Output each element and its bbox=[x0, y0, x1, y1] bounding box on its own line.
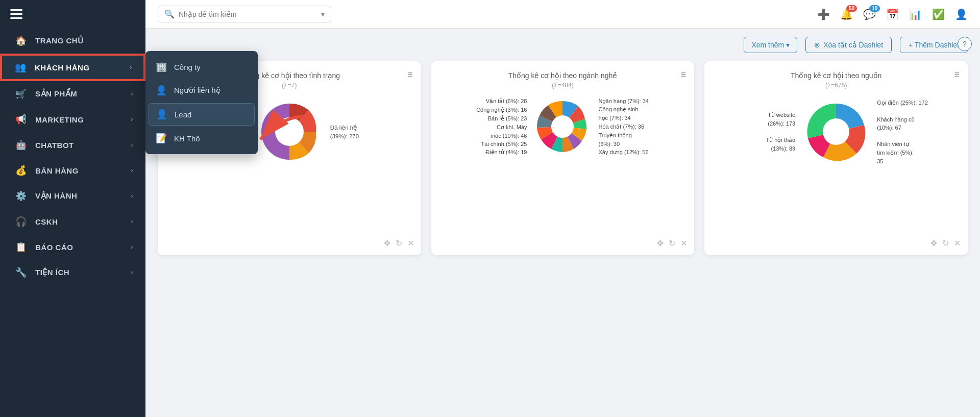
legend-item: Nhân viên tự bbox=[877, 141, 933, 148]
sidebar-icon-bao-cao: 📋 bbox=[14, 241, 28, 253]
move-icon[interactable]: ✥ bbox=[384, 238, 390, 248]
hamburger-menu[interactable] bbox=[10, 9, 22, 19]
dropdown-label-lead: Lead bbox=[175, 110, 191, 119]
refresh-icon[interactable]: ↻ bbox=[942, 238, 949, 248]
sidebar-item-ban-hang[interactable]: 💰 BÁN HÀNG › bbox=[0, 158, 145, 183]
sidebar-item-khach-hang[interactable]: 👥 KHÁCH HÀNG › bbox=[0, 54, 145, 81]
legend-item: (26%): 173 bbox=[739, 120, 795, 127]
topbar: 🔍 ▾ ➕ 🔔 50 💬 10 📅 📊 ✅ 👤 bbox=[145, 0, 980, 29]
search-box[interactable]: 🔍 ▾ bbox=[158, 6, 331, 22]
main-content: 🔍 ▾ ➕ 🔔 50 💬 10 📅 📊 ✅ 👤 ? Xem thêm bbox=[145, 0, 980, 417]
close-icon[interactable]: ✕ bbox=[954, 238, 961, 248]
legend-item: Truyền thông bbox=[598, 132, 654, 139]
card-nganh-nghe-menu[interactable]: ≡ bbox=[681, 69, 687, 80]
tasks-icon[interactable]: ✅ bbox=[932, 8, 945, 20]
sidebar-item-trang-chu[interactable]: 🏠 TRANG CHỦ bbox=[0, 28, 145, 54]
legend-item: học (7%): 34 bbox=[598, 115, 654, 121]
card-nguon-footer: ✥ ↻ ✕ bbox=[930, 238, 961, 248]
search-dropdown-icon[interactable]: ▾ bbox=[321, 10, 325, 18]
sidebar-icon-san-pham: 🛒 bbox=[14, 88, 28, 100]
sidebar-item-chatbot[interactable]: 🤖 CHATBOT › bbox=[0, 132, 145, 158]
legend-item: Cơ khí, Máy bbox=[471, 124, 527, 131]
chevron-icon-san-pham: › bbox=[131, 90, 134, 97]
sidebar-icon-chatbot: 🤖 bbox=[14, 139, 28, 151]
legend-item: (13%): 89 bbox=[739, 145, 795, 152]
sidebar-label-bao-cao: BÁO CÁO bbox=[35, 243, 73, 252]
card-nganh-nghe-title: Thống kê cơ hội theo ngành nghề bbox=[442, 71, 684, 80]
dropdown-icon-kh-tho: 📝 bbox=[156, 133, 167, 144]
them-dashlet-label: + Thêm Dashlet bbox=[909, 41, 959, 49]
dropdown-item-lead[interactable]: 👤 Lead bbox=[149, 103, 255, 126]
xem-them-chevron-icon: ▾ bbox=[786, 41, 790, 49]
chevron-icon-bao-cao: › bbox=[131, 243, 134, 251]
card-nguon-menu[interactable]: ≡ bbox=[954, 69, 960, 80]
sidebar-item-marketing[interactable]: 📢 MARKETING › bbox=[0, 107, 145, 132]
search-icon: 🔍 bbox=[164, 9, 175, 19]
chart-nganh-nghe: Vận tải (6%): 28 Công nghệ (3%): 16 Bán … bbox=[442, 91, 684, 162]
content-area: ? Xem thêm ▾ ⊗ Xóa tất cả Dashlet + Thêm… bbox=[145, 29, 980, 417]
chevron-icon-ban-hang: › bbox=[131, 167, 134, 174]
sidebar-icon-khach-hang: 👥 bbox=[13, 62, 28, 73]
sidebar-item-van-hanh[interactable]: ⚙️ VẬN HÀNH › bbox=[0, 183, 145, 209]
dropdown-item-nguoi-lien-he[interactable]: 👤 Người liên hệ bbox=[145, 79, 258, 102]
dashboard-header: Xem thêm ▾ ⊗ Xóa tất cả Dashlet + Thêm D… bbox=[158, 37, 968, 53]
legend-item: (39%): 270 bbox=[330, 133, 386, 139]
legend-item: Gọi điện (25%): 172 bbox=[877, 100, 933, 106]
close-icon[interactable]: ✕ bbox=[680, 238, 687, 248]
legend-right-nganh-nghe: Ngân hàng (7%): 34 Công nghệ sinh học (7… bbox=[598, 98, 654, 156]
move-icon[interactable]: ✥ bbox=[930, 238, 937, 248]
calendar-icon[interactable]: 📅 bbox=[886, 8, 899, 20]
xoa-tat-ca-button[interactable]: ⊗ Xóa tất cả Dashlet bbox=[805, 37, 892, 53]
card-nganh-nghe-subtitle: (Σ=484) bbox=[442, 82, 684, 89]
legend-item: Tài chính (5%): 25 bbox=[471, 141, 527, 147]
sidebar-label-marketing: MARKETING bbox=[35, 115, 84, 124]
card-nguon-subtitle: (Σ=675) bbox=[715, 82, 958, 89]
legend-item: Xây dựng (12%): 56 bbox=[598, 149, 654, 156]
svg-point-1 bbox=[275, 117, 304, 146]
chevron-icon-marketing: › bbox=[131, 116, 134, 123]
sidebar-label-tien-ich: TIỆN ÍCH bbox=[35, 268, 69, 277]
sidebar-label-trang-chu: TRANG CHỦ bbox=[35, 36, 84, 45]
chevron-icon-tien-ich: › bbox=[131, 269, 134, 276]
svg-point-2 bbox=[551, 115, 574, 138]
sidebar-label-chatbot: CHATBOT bbox=[35, 141, 74, 150]
notifications-icon[interactable]: 🔔 50 bbox=[840, 8, 853, 20]
user-icon[interactable]: 👤 bbox=[955, 8, 968, 20]
sidebar-label-khach-hang: KHÁCH HÀNG bbox=[35, 63, 90, 72]
legend-item: (10%): 67 bbox=[877, 125, 933, 131]
move-icon[interactable]: ✥ bbox=[657, 238, 664, 248]
analytics-icon[interactable]: 📊 bbox=[909, 8, 922, 20]
refresh-icon[interactable]: ↻ bbox=[669, 238, 675, 248]
dropdown-icon-lead: 👤 bbox=[156, 109, 167, 120]
card-tinh-trang-menu[interactable]: ≡ bbox=[407, 69, 413, 80]
refresh-icon[interactable]: ↻ bbox=[396, 238, 402, 248]
legend-item: (6%): 30 bbox=[598, 141, 654, 147]
sidebar-label-san-pham: SẢN PHẨM bbox=[35, 89, 77, 99]
search-input[interactable] bbox=[179, 10, 315, 18]
chevron-icon-van-hanh: › bbox=[131, 192, 134, 200]
cards-grid: Thống kê cơ hội theo tình trạng (Σ=7) ≡ … bbox=[158, 61, 968, 255]
messages-icon[interactable]: 💬 10 bbox=[863, 8, 876, 20]
sidebar-item-bao-cao[interactable]: 📋 BÁO CÁO › bbox=[0, 234, 145, 260]
legend-item: Vận tải (6%): 28 bbox=[471, 98, 527, 105]
sidebar-label-cskh: CSKH bbox=[35, 217, 58, 226]
close-icon[interactable]: ✕ bbox=[407, 238, 414, 248]
sidebar-icon-ban-hang: 💰 bbox=[14, 165, 28, 176]
dropdown-item-cong-ty[interactable]: 🏢 Công ty bbox=[145, 55, 258, 79]
help-button[interactable]: ? bbox=[958, 37, 972, 51]
sidebar-item-tien-ich[interactable]: 🔧 TIỆN ÍCH › bbox=[0, 260, 145, 285]
messages-badge: 10 bbox=[869, 5, 880, 12]
chevron-icon-khach-hang: › bbox=[130, 64, 133, 71]
legend-item: Khách hàng cũ bbox=[877, 116, 933, 122]
legend-item: Hóa chất (7%): 36 bbox=[598, 124, 654, 130]
xem-them-button[interactable]: Xem thêm ▾ bbox=[744, 37, 797, 53]
add-icon[interactable]: ➕ bbox=[817, 8, 830, 20]
sidebar-icon-trang-chu: 🏠 bbox=[14, 35, 28, 46]
chevron-icon-cskh: › bbox=[131, 218, 134, 225]
sidebar-item-cskh[interactable]: 🎧 CSKH › bbox=[0, 209, 145, 234]
sidebar: 🏠 TRANG CHỦ 👥 KHÁCH HÀNG › 🛒 SẢN PHẨM › … bbox=[0, 0, 145, 417]
pie-chart-tinh-trang bbox=[254, 96, 325, 167]
sidebar-item-san-pham[interactable]: 🛒 SẢN PHẨM › bbox=[0, 81, 145, 107]
dropdown-item-kh-tho[interactable]: 📝 KH Thô bbox=[145, 127, 258, 150]
legend-item: Bán lẻ (5%): 23 bbox=[471, 115, 527, 122]
